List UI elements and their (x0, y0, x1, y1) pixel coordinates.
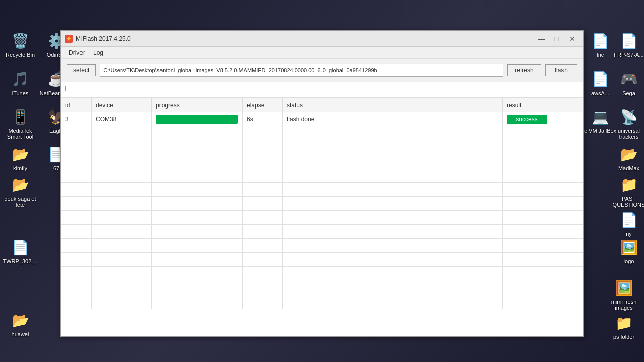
table-row (61, 225, 583, 239)
table-row (61, 267, 583, 281)
twrp-label: TWRP_302_... (2, 258, 38, 270)
desktop-icon-logo[interactable]: 🖼️ logo (609, 236, 644, 266)
awsa-icon: 📄 (591, 70, 609, 88)
huawei-icon: 📂 (11, 311, 29, 329)
mediatek-icon: 📱 (11, 108, 29, 126)
desktop-icon-douk[interactable]: 📂 douk saga et fete (0, 173, 40, 210)
desktop-icon-huawei[interactable]: 📂 huawei (0, 309, 40, 339)
toolbar: select refresh flash (61, 59, 583, 82)
close-button[interactable]: ✕ (565, 34, 579, 44)
minimize-button[interactable]: — (535, 34, 549, 44)
recycle-bin-icon: 🗑️ (11, 32, 29, 50)
maximize-button[interactable]: □ (550, 34, 564, 44)
mimi-icon: 🖼️ (615, 279, 633, 297)
mediatek-label: MediaTek Smart Tool (2, 128, 38, 140)
frp-icon: 📄 (620, 32, 638, 50)
huawei-label: huawei (12, 331, 29, 337)
col-id: id (61, 98, 92, 112)
col-progress: progress (152, 98, 243, 112)
desktop-icon-frp[interactable]: 📄 FRP-S7-A... (609, 30, 644, 60)
douk-icon: 📂 (11, 175, 29, 194)
miflash-window: ⚡ MiFlash 2017.4.25.0 — □ ✕ Driver Log s… (60, 30, 584, 337)
mimi-label: mimi fresh images (606, 299, 642, 311)
table-row: 3 COM38 6s flash done success (61, 112, 583, 126)
table-area: id device progress elapse status result … (61, 98, 583, 336)
desktop: 🗑️ Recycle Bin ⚙️ Odin3... 🎵 iTunes ☕ Ne… (0, 0, 644, 362)
douk-label: douk saga et fete (2, 196, 38, 208)
itunes-icon: 🎵 (11, 70, 29, 88)
app-icon: ⚡ (65, 35, 73, 43)
cell-elapse: 6s (243, 112, 283, 126)
past-label: PAST QUESTIONS (611, 196, 644, 208)
inc-icon: 📄 (591, 32, 609, 50)
table-row (61, 126, 583, 140)
logo-icon: 🖼️ (620, 238, 638, 256)
kimfly-icon: 📂 (11, 145, 29, 163)
desktop-icon-madmax[interactable]: 📂 MadMax (609, 143, 644, 173)
menu-log[interactable]: Log (89, 48, 107, 57)
desktop-icon-twrp[interactable]: 📄 TWRP_302_... (0, 236, 40, 273)
logo-label: logo (624, 258, 634, 264)
cell-id: 3 (61, 112, 92, 126)
table-row (61, 211, 583, 225)
universal-icon: 📡 (620, 108, 638, 126)
menu-driver[interactable]: Driver (65, 48, 89, 57)
col-elapse: elapse (243, 98, 283, 112)
desktop-icon-sega[interactable]: 🎮 Sega (609, 68, 644, 98)
awsa-label: awsA... (591, 90, 609, 96)
desktop-icon-ps[interactable]: 📁 ps folder (604, 312, 644, 342)
desktop-icon-recycle-bin[interactable]: 🗑️ Recycle Bin (0, 30, 40, 60)
madmax-label: MadMax (618, 165, 639, 171)
table-row (61, 295, 583, 309)
refresh-button[interactable]: refresh (507, 64, 541, 76)
frp-label: FRP-S7-A... (614, 52, 643, 58)
log-cursor: | (65, 85, 66, 91)
ny-icon: 📄 (620, 211, 638, 229)
col-result: result (503, 98, 583, 112)
table-row (61, 183, 583, 197)
67-label: 67 (53, 165, 59, 171)
table-row (61, 281, 583, 295)
cell-device: COM38 (92, 112, 152, 126)
cell-result: success (503, 112, 583, 126)
table-row (61, 239, 583, 253)
path-input[interactable] (100, 64, 503, 77)
ps-label: ps folder (613, 334, 634, 340)
progress-bar-container (156, 115, 238, 124)
data-table: id device progress elapse status result … (61, 98, 583, 309)
kimfly-label: kimfly (13, 165, 27, 171)
window-title: MiFlash 2017.4.25.0 (76, 35, 535, 42)
table-row (61, 197, 583, 211)
vbox-icon: 💻 (591, 108, 609, 126)
title-bar: ⚡ MiFlash 2017.4.25.0 — □ ✕ (61, 31, 583, 47)
table-row (61, 140, 583, 154)
desktop-icon-mimi[interactable]: 🖼️ mimi fresh images (604, 277, 644, 313)
window-controls: — □ ✕ (535, 34, 579, 44)
twrp-icon: 📄 (11, 238, 29, 256)
desktop-icon-universal[interactable]: 📡 universal trackers (609, 106, 644, 142)
desktop-icon-itunes[interactable]: 🎵 iTunes (0, 68, 40, 98)
select-button[interactable]: select (67, 64, 96, 76)
recycle-bin-label: Recycle Bin (6, 52, 35, 58)
ps-icon: 📁 (615, 314, 633, 332)
madmax-icon: 📂 (620, 145, 638, 163)
progress-bar-fill (156, 115, 238, 124)
desktop-icon-mediatek[interactable]: 📱 MediaTek Smart Tool (0, 106, 40, 142)
universal-label: universal trackers (611, 128, 644, 140)
table-row (61, 253, 583, 267)
desktop-icon-past[interactable]: 📁 PAST QUESTIONS (609, 173, 644, 210)
desktop-icon-ny[interactable]: 📄 ny (609, 209, 644, 239)
col-status: status (283, 98, 503, 112)
table-row (61, 154, 583, 168)
desktop-icon-kimfly[interactable]: 📂 kimfly (0, 143, 40, 173)
sega-icon: 🎮 (620, 70, 638, 88)
cell-status: flash done (283, 112, 503, 126)
log-area[interactable]: | (61, 82, 583, 98)
itunes-label: iTunes (12, 90, 29, 96)
menu-bar: Driver Log (61, 47, 583, 59)
table-row (61, 168, 583, 183)
flash-button[interactable]: flash (545, 64, 577, 76)
col-device: device (92, 98, 152, 112)
sega-label: Sega (622, 90, 635, 96)
past-icon: 📁 (620, 175, 638, 194)
